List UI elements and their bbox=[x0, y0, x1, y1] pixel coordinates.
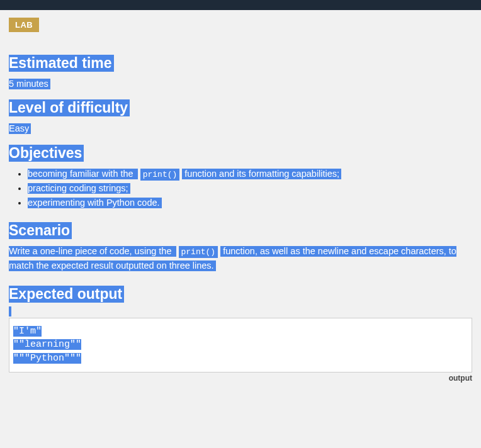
heading-estimated-time: Estimated time bbox=[9, 55, 472, 72]
code-print: print() bbox=[179, 246, 218, 258]
difficulty-value: Easy bbox=[9, 123, 31, 134]
heading-text: Scenario bbox=[9, 222, 72, 239]
scenario-text-pre: Write a one-line piece of code, using th… bbox=[9, 246, 176, 257]
heading-text: Estimated time bbox=[9, 55, 114, 72]
output-label: output bbox=[9, 374, 472, 383]
heading-objectives: Objectives bbox=[9, 145, 472, 162]
heading-text: Level of difficulty bbox=[9, 99, 130, 116]
objective-text: practicing coding strings; bbox=[28, 183, 130, 194]
list-item: experimenting with Python code. bbox=[28, 196, 472, 210]
lab-badge-text: LAB bbox=[15, 20, 33, 30]
objective-text-post: function and its formatting capabilities… bbox=[182, 169, 341, 179]
top-bar bbox=[0, 0, 481, 10]
difficulty-value-line: Easy bbox=[9, 121, 472, 135]
estimated-time-value-line: 5 minutes bbox=[9, 77, 472, 91]
code-print: print() bbox=[140, 169, 180, 181]
expected-output-box: "I'm" ""learning"" """Python""" bbox=[9, 318, 472, 372]
objectives-list: becoming familiar with the print() funct… bbox=[9, 167, 472, 210]
heading-difficulty: Level of difficulty bbox=[9, 99, 472, 116]
objective-text-pre: becoming familiar with the bbox=[28, 169, 138, 179]
list-item: becoming familiar with the print() funct… bbox=[28, 167, 472, 181]
output-line: "I'm" bbox=[13, 326, 42, 337]
heading-text: Objectives bbox=[9, 145, 84, 162]
output-line: ""learning"" bbox=[13, 339, 81, 350]
objective-text: experimenting with Python code. bbox=[28, 198, 162, 208]
heading-scenario: Scenario bbox=[9, 222, 472, 239]
heading-text: Expected output bbox=[9, 286, 124, 303]
estimated-time-value: 5 minutes bbox=[9, 79, 50, 89]
list-item: practicing coding strings; bbox=[28, 181, 472, 195]
output-line: """Python""" bbox=[13, 353, 81, 364]
expected-precursor bbox=[9, 306, 472, 318]
page-content: LAB Estimated time 5 minutes Level of di… bbox=[0, 10, 481, 408]
scenario-paragraph: Write a one-line piece of code, using th… bbox=[9, 244, 472, 273]
lab-badge: LAB bbox=[9, 18, 39, 32]
heading-expected-output: Expected output bbox=[9, 286, 472, 303]
